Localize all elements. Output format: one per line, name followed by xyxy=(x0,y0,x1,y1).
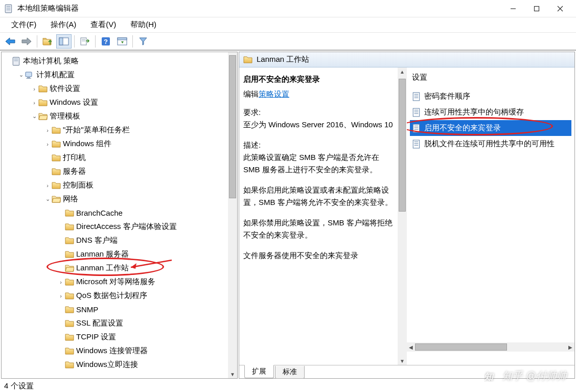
toolbar: ? xyxy=(0,33,576,50)
tree-computer-config[interactable]: 计算机配置 xyxy=(36,70,75,80)
tree-ms-p2p[interactable]: Microsoft 对等网络服务 xyxy=(76,277,155,287)
content-header-text: Lanman 工作站 xyxy=(257,55,309,64)
show-hide-tree-button[interactable] xyxy=(56,34,72,49)
tree-toggle[interactable]: › xyxy=(30,100,38,106)
menu-view[interactable]: 查看(V) xyxy=(83,18,123,32)
tree-toggle[interactable]: ⌄ xyxy=(17,72,25,78)
watermark-text: 知乎 @付帅帅 xyxy=(502,369,567,383)
setting-item[interactable]: 脱机文件在连续可用性共享中的可用性 xyxy=(410,136,571,152)
folder-icon xyxy=(38,84,48,94)
edit-label: 编辑 xyxy=(243,89,259,98)
svg-rect-18 xyxy=(13,57,19,65)
maximize-button[interactable] xyxy=(525,1,548,17)
folder-icon xyxy=(65,319,74,328)
detail-edit-row: 编辑策略设置 xyxy=(243,89,394,99)
tree-ssl-config[interactable]: SSL 配置设置 xyxy=(76,318,123,328)
folder-icon xyxy=(65,278,74,287)
tree-control-panel[interactable]: 控制面板 xyxy=(63,180,94,190)
tree-printers[interactable]: 打印机 xyxy=(63,153,86,163)
policy-icon xyxy=(412,108,421,117)
setting-item-selected[interactable]: 启用不安全的来宾登录 xyxy=(410,120,571,136)
window-titlebar: 本地组策略编辑器 xyxy=(0,0,576,17)
setting-label: 密码套件顺序 xyxy=(424,91,470,101)
menu-help[interactable]: 帮助(H) xyxy=(123,18,164,32)
tree-software-settings[interactable]: 软件设置 xyxy=(50,84,80,94)
tree-branchcache[interactable]: BranchCache xyxy=(76,209,123,217)
close-button[interactable] xyxy=(548,1,572,17)
menu-action[interactable]: 操作(A) xyxy=(43,18,83,32)
folder-open-icon xyxy=(52,195,61,204)
tree-network[interactable]: 网络 xyxy=(63,194,78,204)
svg-text:知: 知 xyxy=(484,372,494,382)
filter-button[interactable] xyxy=(135,34,151,49)
detail-vscrollbar[interactable]: ▲▼ xyxy=(398,67,407,365)
tree-toggle[interactable]: › xyxy=(57,279,65,285)
tree-win-instant-connect[interactable]: Windows立即连接 xyxy=(76,360,138,370)
description-p2: 如果你启用此策略设置或者未配置此策略设置，SMB 客户端将允许不安全的来宾登录。 xyxy=(243,184,394,209)
svg-rect-21 xyxy=(26,72,32,77)
folder-icon xyxy=(65,222,74,232)
folder-icon xyxy=(52,153,61,163)
content-panel: Lanman 工作站 启用不安全的来宾登录 编辑策略设置 要求:至少为 Wind… xyxy=(239,52,575,379)
svg-rect-33 xyxy=(413,124,419,132)
tree-windows-components[interactable]: Windows 组件 xyxy=(63,139,111,149)
svg-rect-37 xyxy=(413,140,419,148)
tree-qos[interactable]: QoS 数据包计划程序 xyxy=(76,291,147,301)
tree-directaccess[interactable]: DirectAccess 客户端体验设置 xyxy=(76,222,177,232)
svg-rect-11 xyxy=(81,38,86,45)
tree-snmp[interactable]: SNMP xyxy=(76,305,98,314)
tree-win-conn-mgr[interactable]: Windows 连接管理器 xyxy=(76,346,148,356)
folder-open-icon xyxy=(38,112,48,121)
minimize-button[interactable] xyxy=(501,1,525,17)
setting-item[interactable]: 连续可用性共享中的句柄缓存 xyxy=(410,104,571,120)
folder-icon xyxy=(52,140,61,149)
tree-tcpip-settings[interactable]: TCPIP 设置 xyxy=(76,332,116,342)
menu-bar: 文件(F) 操作(A) 查看(V) 帮助(H) xyxy=(0,17,576,33)
export-list-button[interactable] xyxy=(77,34,93,49)
setting-item[interactable]: 密码套件顺序 xyxy=(410,88,571,104)
tree-lanman-workstation[interactable]: Lanman 工作站 xyxy=(76,263,129,273)
tree-windows-settings[interactable]: Windows 设置 xyxy=(50,98,98,107)
zhihu-icon: 知 xyxy=(484,371,498,382)
svg-rect-10 xyxy=(59,38,63,45)
computer-config-icon xyxy=(25,71,34,80)
folder-icon xyxy=(243,56,252,63)
tree-servers[interactable]: 服务器 xyxy=(63,167,86,176)
folder-icon xyxy=(65,236,74,245)
menu-file[interactable]: 文件(F) xyxy=(4,18,43,32)
folder-icon xyxy=(38,98,48,107)
tree-vscrollbar[interactable]: ▲▼ xyxy=(228,52,237,378)
status-count: 4 个设置 xyxy=(4,381,34,391)
tree-admin-templates[interactable]: 管理模板 xyxy=(50,111,80,121)
tree-toggle[interactable]: ⌄ xyxy=(43,196,52,202)
tree-toggle[interactable]: › xyxy=(30,86,38,92)
tab-standard[interactable]: 标准 xyxy=(275,366,305,379)
description-label: 描述: xyxy=(243,141,261,149)
back-button[interactable] xyxy=(3,34,18,49)
tree-root[interactable]: 本地计算机 策略 xyxy=(23,56,79,66)
svg-rect-17 xyxy=(118,38,127,40)
properties-button[interactable] xyxy=(114,34,130,49)
tree-toggle[interactable]: ⌄ xyxy=(30,113,38,120)
tree-toggle[interactable]: › xyxy=(43,182,52,189)
forward-button[interactable] xyxy=(19,34,34,49)
help-button[interactable]: ? xyxy=(98,34,113,49)
tree-lanman-server[interactable]: Lanman 服务器 xyxy=(76,249,129,259)
svg-rect-29 xyxy=(413,108,419,117)
tree-toggle[interactable]: › xyxy=(57,293,65,299)
tab-extended[interactable]: 扩展 xyxy=(244,365,274,378)
tree-dns-client[interactable]: DNS 客户端 xyxy=(76,236,118,245)
setting-label: 连续可用性共享中的句柄缓存 xyxy=(424,107,524,117)
settings-list-pane: 设置 密码套件顺序 连续可用性共享中的句柄缓存 启用不安全的来宾登录 脱机文件在… xyxy=(407,67,574,365)
tree-start-menu[interactable]: "开始"菜单和任务栏 xyxy=(63,125,130,135)
settings-column-header[interactable]: 设置 xyxy=(410,73,571,82)
tree-toggle[interactable]: › xyxy=(43,141,52,147)
up-folder-button[interactable] xyxy=(40,34,55,49)
tree-toggle[interactable]: › xyxy=(43,127,52,133)
app-icon xyxy=(4,4,13,13)
settings-hscrollbar[interactable]: ◀▶ xyxy=(407,342,574,352)
description-p3: 如果你禁用此策略设置，SMB 客户端将拒绝不安全的来宾登录。 xyxy=(243,217,394,241)
folder-icon xyxy=(52,167,61,176)
policy-settings-link[interactable]: 策略设置 xyxy=(259,89,289,98)
requirements-text: 至少为 Windows Server 2016、Windows 10 xyxy=(243,120,393,129)
